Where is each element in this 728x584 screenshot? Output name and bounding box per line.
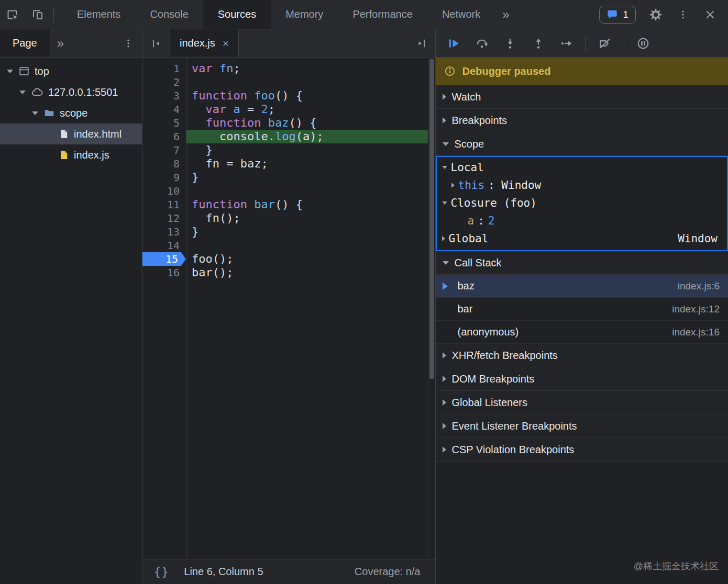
scrollbar-thumb[interactable] — [429, 59, 434, 379]
code-line[interactable]: } — [186, 143, 428, 157]
line-number[interactable]: 4 — [142, 103, 186, 116]
line-number[interactable]: 14 — [142, 239, 186, 252]
section-xhr-fetch-breakpoints[interactable]: XHR/fetch Breakpoints — [436, 344, 728, 367]
pretty-print-button[interactable]: {} — [154, 566, 169, 578]
chevron-right-icon[interactable] — [451, 183, 455, 188]
line-number[interactable]: 7 — [142, 143, 186, 157]
line-number[interactable]: 1 — [142, 62, 186, 75]
tree-item-top[interactable]: top — [0, 61, 142, 82]
code-line[interactable]: var fn; — [186, 62, 428, 75]
tree-expander[interactable] — [31, 111, 39, 115]
line-number[interactable]: 12 — [142, 211, 186, 225]
main-menu-button[interactable] — [669, 9, 697, 20]
section-watch[interactable]: Watch — [436, 85, 728, 109]
step-out-button[interactable] — [527, 32, 550, 55]
toggle-navigator-button[interactable] — [142, 29, 170, 57]
tree-item-label: 127.0.0.1:5501 — [48, 86, 118, 98]
line-number[interactable]: 3 — [142, 89, 186, 103]
stack-frame-baz[interactable]: bazindex.js:6 — [436, 275, 728, 298]
tab-network[interactable]: Network — [427, 0, 495, 29]
line-number[interactable]: 10 — [142, 184, 186, 198]
code-line[interactable]: function baz() { — [186, 116, 428, 130]
scope-row[interactable]: a: 2 — [437, 212, 727, 230]
line-number[interactable]: 8 — [142, 157, 186, 171]
section-scope[interactable]: Scope — [436, 132, 728, 156]
stack-frame-bar[interactable]: barindex.js:12 — [436, 298, 728, 321]
code-line[interactable] — [186, 75, 428, 89]
close-tab-icon[interactable]: × — [223, 37, 229, 50]
tree-item-scope[interactable]: scope — [0, 103, 142, 123]
section-global-listeners[interactable]: Global Listeners — [436, 391, 728, 414]
scope-row[interactable]: Closure (foo) — [437, 194, 727, 212]
more-navigator-tabs-button[interactable]: » — [50, 36, 71, 51]
scope-row[interactable]: GlobalWindow — [437, 230, 727, 248]
chevron-right-icon — [443, 94, 446, 100]
pause-on-exceptions-button[interactable] — [632, 32, 655, 55]
code-line[interactable]: function bar() { — [186, 198, 428, 211]
scope-row[interactable]: this: Window — [437, 176, 727, 194]
section-csp-violation-breakpoints[interactable]: CSP Violation Breakpoints — [436, 438, 728, 462]
device-toolbar-button[interactable] — [25, 0, 50, 29]
tab-performance[interactable]: Performance — [338, 0, 427, 29]
code-token: = — [240, 103, 261, 116]
code-line[interactable]: fn = baz; — [186, 157, 428, 171]
tree-item-index-html[interactable]: index.html — [0, 123, 142, 144]
code-line[interactable]: fn(); — [186, 211, 428, 225]
code-token — [247, 89, 254, 102]
tab-memory[interactable]: Memory — [271, 0, 338, 29]
breakpoint-line-number[interactable]: 15 — [142, 252, 186, 266]
tree-item-index-js[interactable]: index.js — [0, 144, 142, 165]
info-icon — [444, 65, 456, 77]
deactivate-breakpoints-button[interactable] — [593, 32, 616, 55]
section-breakpoints[interactable]: Breakpoints — [436, 109, 728, 132]
line-number[interactable]: 6 — [142, 130, 186, 143]
tab-sources[interactable]: Sources — [203, 0, 271, 29]
code-line[interactable] — [186, 184, 428, 198]
stack-frame-anonymous[interactable]: (anonymous)index.js:16 — [436, 321, 728, 344]
editor-tab-indexjs[interactable]: index.js × — [170, 29, 239, 57]
line-number[interactable]: 2 — [142, 75, 186, 89]
code-token: foo(); — [192, 252, 233, 265]
step-into-button[interactable] — [499, 32, 522, 55]
line-number[interactable]: 11 — [142, 198, 186, 211]
more-panels-button[interactable]: » — [495, 0, 516, 29]
tree-item-127-0-0-1-5501[interactable]: 127.0.0.1:5501 — [0, 82, 142, 103]
code-line[interactable]: } — [186, 225, 428, 239]
toggle-debugger-button[interactable] — [408, 29, 435, 57]
code-token: function — [206, 116, 261, 129]
code-line[interactable]: bar(); — [186, 266, 428, 279]
chevron-down-icon[interactable] — [442, 201, 447, 205]
resume-button[interactable] — [442, 32, 465, 55]
tree-expander[interactable] — [6, 70, 14, 73]
code-line[interactable]: var a = 2; — [186, 103, 428, 116]
chevron-right-icon[interactable] — [442, 236, 445, 241]
device-toolbar-icon — [31, 8, 44, 21]
current-execution-line[interactable]: console.log(a); — [186, 130, 428, 143]
close-devtools-button[interactable] — [697, 9, 724, 20]
line-number[interactable]: 13 — [142, 225, 186, 239]
source-code[interactable]: var fn;function foo() { var a = 2; funct… — [186, 58, 428, 559]
code-line[interactable]: foo(); — [186, 252, 428, 266]
tree-expander[interactable] — [19, 91, 26, 94]
line-number-gutter[interactable]: 12345678910111213141516 — [142, 58, 186, 559]
tab-console[interactable]: Console — [135, 0, 203, 29]
step-over-button[interactable] — [470, 32, 493, 55]
step-button[interactable] — [555, 32, 578, 55]
settings-button[interactable] — [642, 8, 669, 21]
inspect-button[interactable] — [0, 0, 25, 29]
line-number[interactable]: 5 — [142, 116, 186, 130]
section-call-stack[interactable]: Call Stack — [436, 251, 728, 275]
code-line[interactable]: function foo() { — [186, 89, 428, 103]
code-line[interactable] — [186, 239, 428, 252]
tab-elements[interactable]: Elements — [62, 0, 135, 29]
line-number[interactable]: 9 — [142, 171, 186, 184]
line-number[interactable]: 16 — [142, 266, 186, 279]
console-messages-badge[interactable]: 1 — [599, 6, 636, 24]
section-dom-breakpoints[interactable]: DOM Breakpoints — [436, 367, 728, 391]
code-line[interactable]: } — [186, 171, 428, 184]
navigator-menu-button[interactable] — [115, 29, 142, 57]
scope-row[interactable]: Local — [437, 159, 727, 176]
chevron-down-icon[interactable] — [442, 166, 447, 169]
section-event-listener-breakpoints[interactable]: Event Listener Breakpoints — [436, 414, 728, 438]
tab-page[interactable]: Page — [0, 29, 50, 57]
